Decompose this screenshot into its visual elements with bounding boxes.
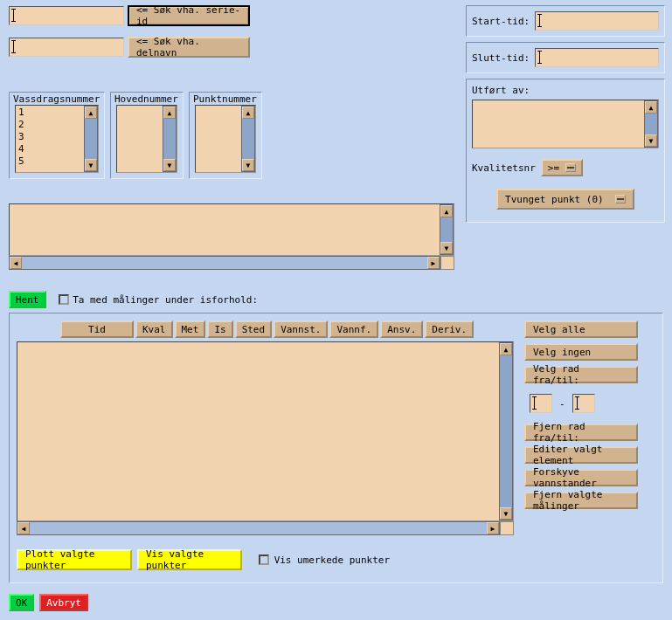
scroll-up-icon[interactable]: ▲ xyxy=(500,343,512,355)
hoved-label: Hovednummer xyxy=(114,93,178,105)
list-item[interactable]: 4 xyxy=(18,143,81,155)
list-item[interactable]: 1 xyxy=(18,107,81,119)
hoved-listbox[interactable]: ▲ ▼ xyxy=(116,105,177,173)
data-table[interactable]: ▲ ▼ xyxy=(17,341,514,521)
col-sted-button[interactable]: Sted xyxy=(235,320,273,338)
col-vannst-button[interactable]: Vannst. xyxy=(274,320,328,338)
scroll-down-icon[interactable]: ▼ xyxy=(440,242,453,254)
avbryt-button[interactable]: Avbryt xyxy=(39,594,88,611)
scrollbar[interactable]: ▲ ▼ xyxy=(84,106,98,172)
punkt-listbox[interactable]: ▲ ▼ xyxy=(195,105,256,173)
editer-button[interactable]: Editer valgt element xyxy=(524,446,638,464)
dash-label: - xyxy=(559,398,565,410)
chevron-down-icon xyxy=(615,195,626,203)
scroll-up-icon[interactable]: ▲ xyxy=(163,107,176,119)
search-serie-id-button[interactable]: <= Søk vha. serie-id xyxy=(128,5,250,26)
scroll-up-icon[interactable]: ▲ xyxy=(440,205,453,217)
description-textarea[interactable]: ▲ ▼ xyxy=(9,203,454,256)
list-item[interactable]: 3 xyxy=(18,131,81,143)
vassdrag-listbox[interactable]: 1 2 3 4 5 ▲ ▼ xyxy=(15,105,99,173)
utfort-av-label: Utført av: xyxy=(472,85,659,96)
col-is-button[interactable]: Is xyxy=(207,320,232,338)
resize-grip xyxy=(500,521,514,535)
scrollbar[interactable]: ▲ ▼ xyxy=(241,106,255,172)
slutt-tid-input[interactable] xyxy=(535,48,659,67)
resize-grip xyxy=(440,256,454,270)
scrollbar[interactable]: ▲ ▼ xyxy=(163,106,177,172)
fjern-rad-button[interactable]: Fjern rad fra/til: xyxy=(524,424,638,441)
col-met-button[interactable]: Met xyxy=(175,320,206,338)
serie-id-input[interactable] xyxy=(9,6,124,25)
list-item[interactable]: 2 xyxy=(18,119,81,131)
scroll-up-icon[interactable]: ▲ xyxy=(242,107,254,119)
kvalitetsnr-label: Kvalitetsnr xyxy=(472,162,536,174)
velg-rad-button[interactable]: Velg rad fra/til: xyxy=(524,366,638,383)
punkt-label: Punktnummer xyxy=(193,93,257,105)
scroll-right-icon[interactable]: ▶ xyxy=(427,257,440,269)
col-tid-button[interactable]: Tid xyxy=(60,320,134,338)
scroll-up-icon[interactable]: ▲ xyxy=(85,107,97,119)
delnavn-input[interactable] xyxy=(9,38,124,57)
scroll-down-icon[interactable]: ▼ xyxy=(85,159,97,171)
col-ansv-button[interactable]: Ansv. xyxy=(380,320,423,338)
vis-umerkede-label: Vis umerkede punkter xyxy=(274,555,390,566)
velg-ingen-button[interactable]: Velg ingen xyxy=(524,343,638,361)
scroll-down-icon[interactable]: ▼ xyxy=(645,134,657,147)
plott-button[interactable]: Plott valgte punkter xyxy=(17,549,132,570)
fjern-valgte-button[interactable]: Fjern valgte målinger xyxy=(524,492,638,509)
rad-fra-input[interactable] xyxy=(530,394,552,413)
tvunget-punkt-dropdown[interactable]: Tvunget punkt (0) xyxy=(496,189,634,210)
utfort-av-listbox[interactable]: ▲ ▼ xyxy=(472,100,659,148)
col-kval-button[interactable]: Kval xyxy=(135,320,173,338)
col-vannf-button[interactable]: Vannf. xyxy=(329,320,378,338)
scroll-down-icon[interactable]: ▼ xyxy=(242,159,254,171)
scrollbar-horizontal[interactable]: ◀ ▶ xyxy=(9,256,440,270)
scrollbar-horizontal[interactable]: ◀ ▶ xyxy=(17,521,500,535)
scroll-down-icon[interactable]: ▼ xyxy=(163,159,176,171)
search-delnavn-button[interactable]: <= Søk vha. delnavn xyxy=(128,37,250,58)
kvalitetsnr-op-dropdown[interactable]: >= xyxy=(541,159,583,176)
chevron-down-icon xyxy=(565,163,576,172)
scroll-down-icon[interactable]: ▼ xyxy=(500,507,512,520)
scroll-right-icon[interactable]: ▶ xyxy=(487,522,499,534)
slutt-tid-label: Slutt-tid: xyxy=(472,52,531,64)
scrollbar[interactable]: ▲ ▼ xyxy=(440,204,454,255)
start-tid-label: Start-tid: xyxy=(472,16,531,27)
vis-umerkede-checkbox[interactable] xyxy=(259,555,269,565)
scrollbar[interactable]: ▲ ▼ xyxy=(499,342,513,520)
scroll-left-icon[interactable]: ◀ xyxy=(17,522,30,534)
scroll-up-icon[interactable]: ▲ xyxy=(645,101,657,114)
ok-button[interactable]: OK xyxy=(9,594,34,611)
scrollbar[interactable]: ▲ ▼ xyxy=(644,100,658,148)
scroll-left-icon[interactable]: ◀ xyxy=(10,257,22,269)
vassdrag-label: Vassdragsnummer xyxy=(13,93,100,105)
forskyve-button[interactable]: Forskyve vannstander xyxy=(524,469,638,486)
start-tid-input[interactable] xyxy=(535,11,659,31)
list-item[interactable]: 5 xyxy=(18,155,81,168)
rad-til-input[interactable] xyxy=(572,394,595,413)
col-deriv-button[interactable]: Deriv. xyxy=(425,320,474,338)
isforhold-checkbox[interactable] xyxy=(59,294,69,305)
vis-button[interactable]: Vis valgte punkter xyxy=(137,549,242,570)
hent-button[interactable]: Hent xyxy=(9,291,46,308)
velg-alle-button[interactable]: Velg alle xyxy=(524,320,638,338)
isforhold-label: Ta med målinger under isforhold: xyxy=(73,294,258,306)
